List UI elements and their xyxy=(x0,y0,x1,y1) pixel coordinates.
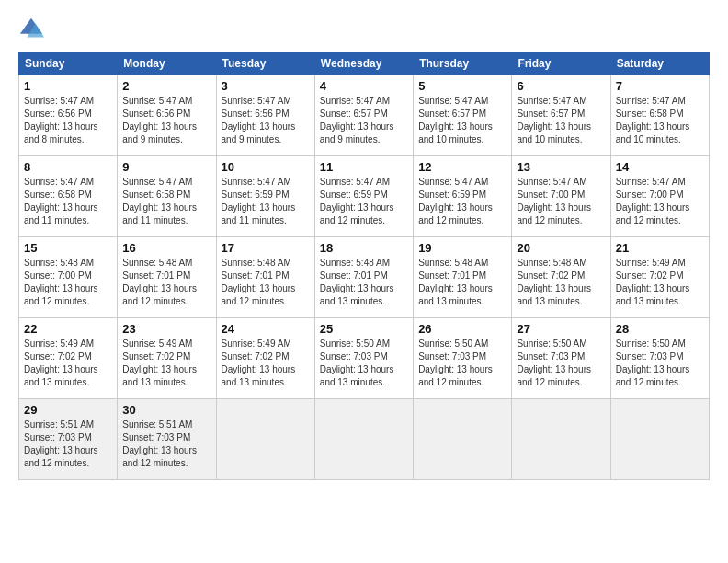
day-info: Sunrise: 5:47 AM Sunset: 6:58 PM Dayligh… xyxy=(616,95,704,146)
calendar-day-cell: 28 Sunrise: 5:50 AM Sunset: 7:03 PM Dayl… xyxy=(610,318,709,399)
day-number: 7 xyxy=(616,79,704,93)
calendar-day-cell: 2 Sunrise: 5:47 AM Sunset: 6:56 PM Dayli… xyxy=(118,75,216,156)
calendar-week-row: 8 Sunrise: 5:47 AM Sunset: 6:58 PM Dayli… xyxy=(19,156,710,237)
calendar-week-row: 29 Sunrise: 5:51 AM Sunset: 7:03 PM Dayl… xyxy=(19,399,710,480)
day-info: Sunrise: 5:50 AM Sunset: 7:03 PM Dayligh… xyxy=(517,338,605,389)
day-number: 23 xyxy=(122,322,210,336)
day-info: Sunrise: 5:49 AM Sunset: 7:02 PM Dayligh… xyxy=(24,338,112,389)
day-info: Sunrise: 5:49 AM Sunset: 7:02 PM Dayligh… xyxy=(222,338,310,389)
day-number: 21 xyxy=(616,241,704,255)
day-info: Sunrise: 5:47 AM Sunset: 6:57 PM Dayligh… xyxy=(320,95,408,146)
logo xyxy=(18,17,48,42)
day-info: Sunrise: 5:50 AM Sunset: 7:03 PM Dayligh… xyxy=(616,338,704,389)
day-info: Sunrise: 5:47 AM Sunset: 6:56 PM Dayligh… xyxy=(122,95,210,146)
calendar-day-cell: 27 Sunrise: 5:50 AM Sunset: 7:03 PM Dayl… xyxy=(512,318,610,399)
calendar-day-cell: 7 Sunrise: 5:47 AM Sunset: 6:58 PM Dayli… xyxy=(610,75,709,156)
day-of-week-header: Friday xyxy=(512,52,610,75)
calendar-week-row: 15 Sunrise: 5:48 AM Sunset: 7:00 PM Dayl… xyxy=(19,237,710,318)
day-number: 8 xyxy=(24,160,112,174)
day-number: 6 xyxy=(517,79,605,93)
day-number: 2 xyxy=(122,79,210,93)
day-of-week-header: Wednesday xyxy=(314,52,413,75)
calendar-day-cell: 18 Sunrise: 5:48 AM Sunset: 7:01 PM Dayl… xyxy=(314,237,413,318)
calendar-week-row: 1 Sunrise: 5:47 AM Sunset: 6:56 PM Dayli… xyxy=(19,75,710,156)
day-info: Sunrise: 5:48 AM Sunset: 7:01 PM Dayligh… xyxy=(418,257,506,308)
day-number: 13 xyxy=(517,160,605,174)
day-info: Sunrise: 5:48 AM Sunset: 7:00 PM Dayligh… xyxy=(24,257,112,308)
day-info: Sunrise: 5:47 AM Sunset: 6:56 PM Dayligh… xyxy=(222,95,310,146)
day-number: 9 xyxy=(122,160,210,174)
calendar-day-cell xyxy=(512,399,610,480)
day-of-week-header: Saturday xyxy=(610,52,709,75)
day-of-week-header: Tuesday xyxy=(216,52,314,75)
day-of-week-header: Sunday xyxy=(19,52,118,75)
day-info: Sunrise: 5:47 AM Sunset: 6:57 PM Dayligh… xyxy=(418,95,506,146)
calendar-day-cell xyxy=(216,399,314,480)
day-of-week-header: Thursday xyxy=(414,52,512,75)
day-number: 30 xyxy=(122,403,210,417)
calendar-header-row: SundayMondayTuesdayWednesdayThursdayFrid… xyxy=(19,52,710,75)
day-info: Sunrise: 5:49 AM Sunset: 7:02 PM Dayligh… xyxy=(616,257,704,308)
day-number: 17 xyxy=(222,241,310,255)
calendar-day-cell: 23 Sunrise: 5:49 AM Sunset: 7:02 PM Dayl… xyxy=(118,318,216,399)
calendar-day-cell: 20 Sunrise: 5:48 AM Sunset: 7:02 PM Dayl… xyxy=(512,237,610,318)
calendar-day-cell: 16 Sunrise: 5:48 AM Sunset: 7:01 PM Dayl… xyxy=(118,237,216,318)
day-of-week-header: Monday xyxy=(118,52,216,75)
day-number: 22 xyxy=(24,322,112,336)
calendar-day-cell: 15 Sunrise: 5:48 AM Sunset: 7:00 PM Dayl… xyxy=(19,237,118,318)
logo-icon xyxy=(18,17,44,42)
day-number: 12 xyxy=(418,160,506,174)
day-info: Sunrise: 5:48 AM Sunset: 7:02 PM Dayligh… xyxy=(517,257,605,308)
day-number: 27 xyxy=(517,322,605,336)
calendar-body: 1 Sunrise: 5:47 AM Sunset: 6:56 PM Dayli… xyxy=(19,75,710,480)
day-info: Sunrise: 5:47 AM Sunset: 6:59 PM Dayligh… xyxy=(418,176,506,227)
calendar-day-cell: 4 Sunrise: 5:47 AM Sunset: 6:57 PM Dayli… xyxy=(314,75,413,156)
calendar-day-cell: 14 Sunrise: 5:47 AM Sunset: 7:00 PM Dayl… xyxy=(610,156,709,237)
calendar-day-cell: 29 Sunrise: 5:51 AM Sunset: 7:03 PM Dayl… xyxy=(19,399,118,480)
day-number: 26 xyxy=(418,322,506,336)
calendar-week-row: 22 Sunrise: 5:49 AM Sunset: 7:02 PM Dayl… xyxy=(19,318,710,399)
day-info: Sunrise: 5:47 AM Sunset: 7:00 PM Dayligh… xyxy=(517,176,605,227)
calendar-day-cell: 17 Sunrise: 5:48 AM Sunset: 7:01 PM Dayl… xyxy=(216,237,314,318)
day-info: Sunrise: 5:48 AM Sunset: 7:01 PM Dayligh… xyxy=(320,257,408,308)
day-info: Sunrise: 5:50 AM Sunset: 7:03 PM Dayligh… xyxy=(320,338,408,389)
day-info: Sunrise: 5:47 AM Sunset: 6:59 PM Dayligh… xyxy=(320,176,408,227)
day-number: 14 xyxy=(616,160,704,174)
day-info: Sunrise: 5:47 AM Sunset: 6:59 PM Dayligh… xyxy=(222,176,310,227)
day-number: 16 xyxy=(122,241,210,255)
calendar-day-cell: 9 Sunrise: 5:47 AM Sunset: 6:58 PM Dayli… xyxy=(118,156,216,237)
calendar-day-cell xyxy=(314,399,413,480)
day-info: Sunrise: 5:48 AM Sunset: 7:01 PM Dayligh… xyxy=(222,257,310,308)
day-number: 10 xyxy=(222,160,310,174)
day-number: 15 xyxy=(24,241,112,255)
day-info: Sunrise: 5:47 AM Sunset: 6:57 PM Dayligh… xyxy=(517,95,605,146)
header xyxy=(18,17,710,42)
calendar-day-cell: 26 Sunrise: 5:50 AM Sunset: 7:03 PM Dayl… xyxy=(414,318,512,399)
calendar-day-cell: 24 Sunrise: 5:49 AM Sunset: 7:02 PM Dayl… xyxy=(216,318,314,399)
day-number: 5 xyxy=(418,79,506,93)
calendar-day-cell: 3 Sunrise: 5:47 AM Sunset: 6:56 PM Dayli… xyxy=(216,75,314,156)
day-number: 28 xyxy=(616,322,704,336)
day-info: Sunrise: 5:47 AM Sunset: 6:58 PM Dayligh… xyxy=(24,176,112,227)
calendar-day-cell: 30 Sunrise: 5:51 AM Sunset: 7:03 PM Dayl… xyxy=(118,399,216,480)
day-number: 1 xyxy=(24,79,112,93)
day-number: 4 xyxy=(320,79,408,93)
day-info: Sunrise: 5:47 AM Sunset: 6:56 PM Dayligh… xyxy=(24,95,112,146)
day-number: 19 xyxy=(418,241,506,255)
calendar-day-cell: 21 Sunrise: 5:49 AM Sunset: 7:02 PM Dayl… xyxy=(610,237,709,318)
calendar: SundayMondayTuesdayWednesdayThursdayFrid… xyxy=(18,52,710,480)
calendar-day-cell xyxy=(414,399,512,480)
day-info: Sunrise: 5:51 AM Sunset: 7:03 PM Dayligh… xyxy=(122,419,210,470)
day-number: 3 xyxy=(222,79,310,93)
day-info: Sunrise: 5:50 AM Sunset: 7:03 PM Dayligh… xyxy=(418,338,506,389)
calendar-day-cell: 1 Sunrise: 5:47 AM Sunset: 6:56 PM Dayli… xyxy=(19,75,118,156)
day-info: Sunrise: 5:47 AM Sunset: 7:00 PM Dayligh… xyxy=(616,176,704,227)
day-number: 25 xyxy=(320,322,408,336)
calendar-day-cell xyxy=(610,399,709,480)
day-number: 29 xyxy=(24,403,112,417)
calendar-day-cell: 8 Sunrise: 5:47 AM Sunset: 6:58 PM Dayli… xyxy=(19,156,118,237)
calendar-day-cell: 11 Sunrise: 5:47 AM Sunset: 6:59 PM Dayl… xyxy=(314,156,413,237)
calendar-day-cell: 22 Sunrise: 5:49 AM Sunset: 7:02 PM Dayl… xyxy=(19,318,118,399)
calendar-day-cell: 5 Sunrise: 5:47 AM Sunset: 6:57 PM Dayli… xyxy=(414,75,512,156)
calendar-day-cell: 25 Sunrise: 5:50 AM Sunset: 7:03 PM Dayl… xyxy=(314,318,413,399)
